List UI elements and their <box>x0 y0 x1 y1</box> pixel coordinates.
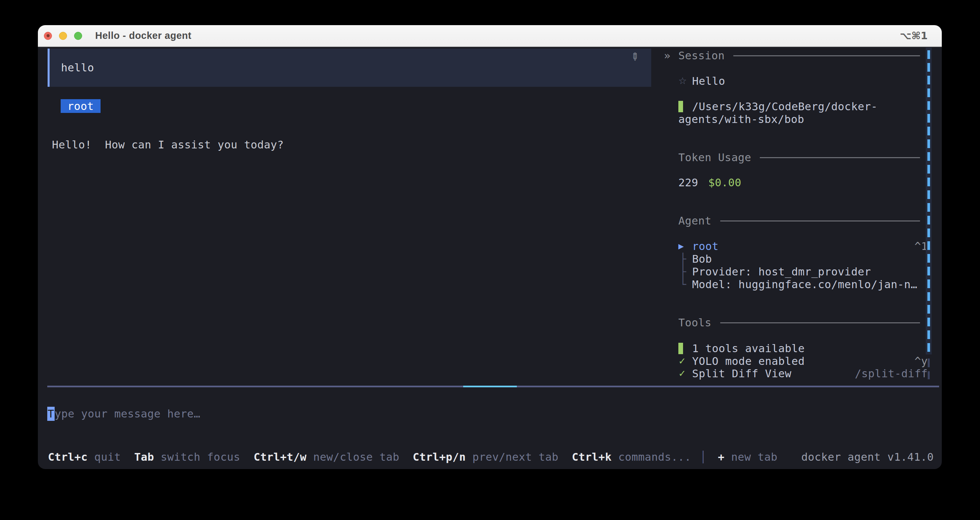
scrollbar-track-dim <box>928 358 930 379</box>
token-usage-title: Token Usage <box>678 151 751 164</box>
agent-child-text: Provider: host_dmr_provider <box>692 266 871 278</box>
divider-highlight <box>463 386 517 387</box>
agent-child-text: Model: huggingface.co/menlo/jan-n… <box>692 278 917 291</box>
token-usage-row: 229 $0.00 <box>661 176 942 189</box>
session-name: Hello <box>692 75 725 87</box>
check-icon: ✓ <box>678 355 686 367</box>
window-titlebar[interactable]: Hello - docker agent ⌥⌘1 <box>38 25 942 47</box>
terminal-window: Hello - docker agent ⌥⌘1 hello ✎ root He… <box>38 25 942 469</box>
yolo-mode-row[interactable]: ✓ YOLO mode enabled ^y <box>661 355 942 367</box>
section-rule <box>760 157 920 158</box>
shortcut-prev-next-tab: Ctrl+p/n prev/next tab <box>413 451 559 463</box>
agent-child-row: ├ Provider: host_dmr_provider <box>661 266 942 278</box>
tab-shortcut-hint: ⌥⌘1 <box>900 30 942 41</box>
scrollbar-thumb[interactable] <box>928 50 930 355</box>
session-path-row: agents/with-sbx/bob <box>661 113 942 126</box>
shortcut-switch-focus: Tab switch focus <box>134 451 240 463</box>
agent-root-row[interactable]: ▶ root ^1 <box>661 240 942 253</box>
app-version: docker agent v1.41.0 <box>801 451 934 463</box>
star-icon: ☆ <box>678 75 687 87</box>
maximize-button[interactable] <box>74 32 82 40</box>
assistant-message: Hello! How can I assist you today? <box>52 138 284 151</box>
yolo-mode-label: YOLO mode enabled <box>692 355 805 367</box>
close-button[interactable] <box>44 32 52 40</box>
expand-triangle-icon: ▶ <box>678 240 684 253</box>
section-rule <box>720 322 920 323</box>
agent-title: Agent <box>678 215 711 227</box>
user-message-box[interactable]: hello ✎ <box>48 49 651 87</box>
edit-pencil-icon[interactable]: ✎ <box>628 50 641 63</box>
input-placeholder: ype your message here… <box>55 407 200 420</box>
user-message-text: hello <box>49 61 94 74</box>
split-diff-row[interactable]: ✓ Split Diff View /split-diff <box>661 367 942 380</box>
desktop: Hello - docker agent ⌥⌘1 hello ✎ root He… <box>0 0 980 520</box>
plus-icon: + <box>718 451 725 463</box>
session-path-line1: /Users/k33g/CodeBerg/docker- <box>692 100 877 113</box>
split-diff-label: Split Diff View <box>692 367 791 380</box>
session-path-row: /Users/k33g/CodeBerg/docker- <box>661 100 942 113</box>
section-rule <box>733 55 920 56</box>
shortcut-quit: Ctrl+c quit <box>48 451 121 463</box>
shortcut-new-close-tab: Ctrl+t/w new/close tab <box>254 451 399 463</box>
green-marker-icon <box>678 101 683 112</box>
status-bar: Ctrl+c quit Tab switch focus Ctrl+t/w ne… <box>38 450 942 469</box>
shortcut-commands[interactable]: Ctrl+k commands... <box>572 451 691 463</box>
sidebar: » Session ☆ Hello /Users/k33g/CodeBerg/d… <box>661 47 942 385</box>
tools-available-text: 1 tools available <box>692 342 805 355</box>
statusbar-separator: │ <box>700 451 706 463</box>
message-input[interactable]: Type your message here… <box>47 406 200 421</box>
minimize-button[interactable] <box>59 32 67 40</box>
window-title: Hello - docker agent <box>95 30 191 41</box>
tools-title: Tools <box>678 316 711 329</box>
green-marker-icon <box>678 343 683 354</box>
scrollbar[interactable] <box>926 48 932 355</box>
agent-name-badge: root <box>60 99 100 113</box>
session-name-row[interactable]: ☆ Hello <box>661 75 942 87</box>
text-cursor: T <box>47 407 55 421</box>
input-divider <box>47 386 939 387</box>
terminal-content: hello ✎ root Hello! How can I assist you… <box>38 47 942 469</box>
check-icon: ✓ <box>678 367 686 380</box>
session-section-header: » Session <box>661 49 942 62</box>
agent-child-text: Bob <box>692 253 712 266</box>
collapse-chevron-icon[interactable]: » <box>664 49 671 62</box>
tools-section-header: Tools <box>661 316 942 329</box>
tree-branch-icon: ├ <box>680 253 686 266</box>
new-tab-button[interactable]: + new tab <box>718 451 778 463</box>
traffic-lights <box>44 32 82 40</box>
tree-end-icon: └ <box>680 278 686 291</box>
section-rule <box>720 221 920 221</box>
unsaved-dot-icon <box>46 34 49 37</box>
agent-root-label: root <box>692 240 719 253</box>
session-path-line2: agents/with-sbx/bob <box>678 113 804 126</box>
agent-child-row: └ Model: huggingface.co/menlo/jan-n… <box>661 278 942 291</box>
token-cost: $0.00 <box>708 176 741 189</box>
tools-available-row: 1 tools available <box>661 342 942 355</box>
token-usage-section-header: Token Usage <box>661 151 942 164</box>
token-count: 229 <box>678 176 698 189</box>
session-title: Session <box>678 49 725 62</box>
agent-child-row: ├ Bob <box>661 253 942 266</box>
tree-branch-icon: ├ <box>680 266 686 278</box>
agent-section-header: Agent <box>661 215 942 227</box>
